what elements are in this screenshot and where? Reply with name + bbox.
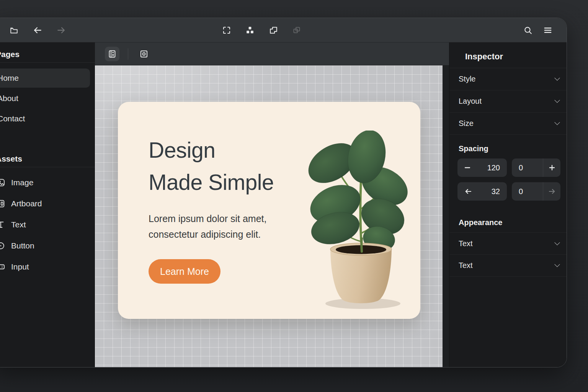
sidebar-item-label: About [0,94,18,103]
heading-line-2: Made Simple [149,166,274,198]
toolbar-center-group [222,18,302,42]
artboard-view-icon[interactable] [137,47,151,61]
spacing-stepper-padding[interactable]: 32 [457,182,507,201]
frame-select-icon[interactable] [222,25,232,35]
pages-section-title: Pages [0,42,95,62]
spacing-value[interactable]: 0 [519,163,523,172]
spacing-value[interactable]: 32 [492,187,500,196]
spacing-stepper-gap[interactable]: 120 [457,158,507,177]
input-icon [0,262,5,271]
chevron-down-icon [554,119,560,126]
section-label: Layout [459,97,482,106]
spacing-stepper-padding-alt[interactable]: 0 [512,182,560,201]
body-line-1: Lorem ipsum dolor sit amet, [149,211,266,227]
inspector-panel: Inspector Style Layout Size Spacing 120 [449,42,567,368]
divider [128,48,128,60]
learn-more-button[interactable]: Learn More [149,259,220,284]
design-canvas[interactable]: Design Made Simple Lorem ipsum dolor sit… [95,65,443,368]
asset-item-label: Artboard [11,199,42,208]
toolbar-left-group [9,18,66,42]
minus-icon[interactable] [464,165,470,171]
button-icon [0,241,5,250]
plus-icon[interactable] [543,158,560,177]
inspector-section-layout[interactable]: Layout [449,90,567,113]
app-window: Pages Home About Contact Assets [0,18,567,368]
asset-item-input[interactable]: Input [0,256,95,277]
chevron-down-icon [554,261,560,268]
image-icon [0,178,5,187]
inspector-section-style[interactable]: Style [449,68,567,90]
potted-plant-image [305,131,413,337]
chevron-down-icon [554,75,560,81]
menu-icon[interactable] [543,25,553,35]
appearance-item-label: Text [459,239,473,248]
asset-item-text[interactable]: Text [0,214,95,235]
asset-item-label: Image [11,178,33,187]
spacing-label: Spacing [449,135,567,158]
toolbar-right-group [523,18,553,42]
assets-section-title: Assets [0,147,95,167]
artboard-icon [0,199,5,208]
spacing-value[interactable]: 120 [487,163,500,172]
arrow-left-icon[interactable] [464,188,472,195]
canvas-area: Design Made Simple Lorem ipsum dolor sit… [95,42,449,368]
sidebar-item-contact[interactable]: Contact [0,109,90,128]
forward-arrow-icon[interactable] [56,25,66,35]
boolean-union-icon[interactable] [268,25,278,35]
card-heading: Design Made Simple [149,134,274,198]
sidebar-item-home[interactable]: Home [0,69,90,88]
toggle-sidebar-icon[interactable] [105,47,119,61]
body-line-2: consectetur adipiscing elit. [149,227,266,242]
asset-item-button[interactable]: Button [0,235,95,256]
appearance-item-text-2[interactable]: Text [449,255,567,277]
inspector-section-size[interactable]: Size [449,113,567,135]
arrow-right-icon[interactable] [543,182,560,201]
components-icon[interactable] [245,25,255,35]
asset-item-label: Button [11,241,34,250]
chevron-down-icon [554,239,560,245]
inspector-title: Inspector [449,42,567,68]
section-label: Size [459,119,474,128]
left-sidebar: Pages Home About Contact Assets [0,42,95,368]
appearance-item-label: Text [459,261,473,270]
appearance-label: Appearance [449,206,567,232]
section-label: Style [459,75,475,83]
heading-line-1: Design [149,134,274,166]
asset-item-label: Text [11,220,26,229]
chevron-down-icon [554,97,560,103]
asset-item-image[interactable]: Image [0,172,95,193]
back-arrow-icon[interactable] [33,25,42,35]
folder-icon[interactable] [9,25,19,35]
duplicate-icon[interactable] [292,25,302,35]
card-body-text: Lorem ipsum dolor sit amet, consectetur … [149,211,266,242]
design-card[interactable]: Design Made Simple Lorem ipsum dolor sit… [118,102,420,319]
appearance-item-text-1[interactable]: Text [449,232,567,255]
asset-item-label: Input [11,262,29,271]
asset-item-artboard[interactable]: Artboard [0,193,95,214]
top-toolbar [0,18,567,42]
sidebar-item-label: Contact [0,114,25,123]
sidebar-item-about[interactable]: About [0,89,90,108]
search-icon[interactable] [523,25,533,35]
learn-more-label: Learn More [160,266,209,277]
sidebar-item-label: Home [0,74,19,82]
canvas-toolbar [95,42,449,65]
spacing-stepper-gap-alt[interactable]: 0 [512,158,560,177]
spacing-value[interactable]: 0 [519,187,523,196]
text-icon [0,220,5,229]
